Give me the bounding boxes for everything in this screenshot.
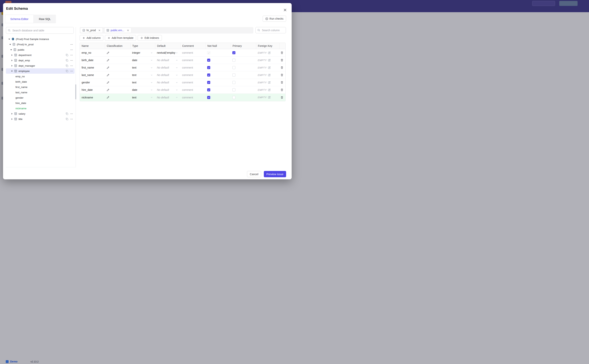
type-select[interactable]: date [130, 86, 155, 93]
comment-input[interactable] [182, 51, 206, 54]
not-null-checkbox[interactable] [207, 66, 210, 69]
comment-input[interactable] [182, 59, 206, 62]
edit-square-icon[interactable] [268, 59, 271, 62]
type-select[interactable]: date [130, 57, 155, 64]
tree-item-first_name[interactable]: first_name [6, 84, 74, 90]
cancel-button[interactable]: Cancel [247, 171, 261, 177]
pencil-icon[interactable] [107, 52, 109, 54]
default-select[interactable]: nextval('employ [155, 49, 180, 56]
column-name[interactable]: birth_date [80, 57, 105, 64]
not-null-checkbox[interactable] [207, 96, 210, 99]
default-select[interactable]: No default [155, 94, 180, 101]
not-null-checkbox[interactable] [207, 59, 210, 62]
comment-input[interactable] [182, 66, 206, 69]
tree-item-last_name[interactable]: last_name [6, 90, 74, 95]
add-from-template-button[interactable]: Add from template [105, 35, 136, 41]
pencil-icon[interactable] [107, 96, 109, 99]
trash-icon[interactable] [280, 51, 283, 54]
not-null-checkbox[interactable] [207, 73, 210, 77]
edit-square-icon[interactable] [268, 74, 271, 77]
pencil-icon[interactable] [107, 89, 109, 91]
edit-indexes-button[interactable]: Edit indexes [138, 35, 162, 41]
edit-square-icon[interactable] [268, 52, 271, 54]
primary-checkbox[interactable] [232, 73, 235, 77]
more-icon[interactable] [70, 54, 73, 57]
type-select[interactable]: integer [130, 49, 155, 56]
type-select[interactable]: text [130, 79, 155, 86]
more-icon[interactable] [70, 59, 73, 62]
close-icon[interactable] [283, 8, 287, 12]
trash-icon[interactable] [280, 96, 283, 99]
tree-item-employee[interactable]: employee [6, 68, 74, 74]
tab-schema-editor[interactable]: Schema Editor [5, 15, 34, 23]
tree-item-dept_manager[interactable]: dept_manager [6, 63, 74, 68]
more-icon[interactable] [70, 43, 73, 46]
edit-square-icon[interactable] [268, 89, 271, 91]
not-null-checkbox[interactable] [207, 88, 210, 91]
caret-right-icon[interactable] [11, 118, 13, 120]
column-name[interactable]: gender [80, 79, 105, 86]
tree-item-prod-prod-sample-instance[interactable]: (Prod) Prod Sample Instance [6, 36, 74, 42]
more-icon[interactable] [70, 48, 73, 51]
database-search-input[interactable] [6, 27, 74, 34]
tree-item-gender[interactable]: gender [6, 95, 74, 100]
comment-input[interactable] [182, 88, 206, 91]
copy-icon[interactable] [66, 70, 68, 72]
edit-square-icon[interactable] [268, 81, 271, 84]
run-checks-button[interactable]: Run checks [263, 16, 286, 22]
more-icon[interactable] [70, 118, 73, 121]
comment-input[interactable] [182, 96, 206, 99]
type-select[interactable]: text [130, 94, 155, 101]
copy-icon[interactable] [66, 118, 68, 121]
tree-item-birth_date[interactable]: birth_date [6, 79, 74, 84]
close-small-icon[interactable] [98, 29, 101, 32]
caret-right-icon[interactable] [11, 113, 13, 115]
edit-square-icon[interactable] [268, 96, 271, 99]
primary-checkbox[interactable] [232, 81, 235, 84]
primary-checkbox[interactable] [232, 96, 235, 99]
caret-down-icon[interactable] [11, 70, 13, 72]
trash-icon[interactable] [280, 88, 283, 91]
tree-item-nickname[interactable]: nickname [6, 106, 74, 111]
pencil-icon[interactable] [107, 59, 109, 62]
comment-input[interactable] [182, 73, 206, 77]
column-name[interactable]: nickname [80, 94, 105, 101]
editor-tab-hr_prod[interactable]: hr_prod [80, 28, 103, 33]
copy-icon[interactable] [66, 59, 68, 62]
tree-item-salary[interactable]: salary [6, 111, 74, 116]
primary-checkbox[interactable] [232, 51, 235, 54]
comment-input[interactable] [182, 81, 206, 84]
not-null-checkbox[interactable] [207, 51, 210, 54]
trash-icon[interactable] [280, 73, 283, 77]
default-select[interactable]: No default [155, 86, 180, 93]
edit-square-icon[interactable] [268, 66, 271, 69]
caret-down-icon[interactable] [10, 49, 12, 51]
more-icon[interactable] [70, 70, 73, 72]
tree-item-hire_date[interactable]: hire_date [6, 100, 74, 106]
default-select[interactable]: No default [155, 64, 180, 71]
primary-checkbox[interactable] [232, 59, 235, 62]
copy-icon[interactable] [66, 112, 68, 115]
close-small-icon[interactable] [127, 29, 129, 32]
column-name[interactable]: last_name [80, 72, 105, 79]
tree-item-dept_emp[interactable]: dept_emp [6, 58, 74, 63]
caret-down-icon[interactable] [9, 43, 11, 46]
preview-issue-button[interactable]: Preview issue [264, 171, 286, 177]
trash-icon[interactable] [280, 66, 283, 69]
caret-right-icon[interactable] [11, 59, 13, 61]
tree-item-emp_no[interactable]: emp_no [6, 74, 74, 79]
pencil-icon[interactable] [107, 66, 109, 69]
column-name[interactable]: hire_date [80, 86, 105, 93]
add-column-button[interactable]: Add column [80, 35, 103, 41]
tree-item-public[interactable]: public [6, 47, 74, 52]
more-icon[interactable] [70, 112, 73, 115]
default-select[interactable]: No default [155, 79, 180, 86]
column-name[interactable]: emp_no [80, 49, 105, 56]
pencil-icon[interactable] [107, 74, 109, 77]
tree-item-department[interactable]: department [6, 52, 74, 58]
primary-checkbox[interactable] [232, 66, 235, 69]
more-icon[interactable] [70, 64, 73, 67]
copy-icon[interactable] [66, 54, 68, 57]
column-name[interactable]: first_name [80, 64, 105, 71]
tree-item-prod-hr_prod[interactable]: (Prod) hr_prod [6, 42, 74, 47]
